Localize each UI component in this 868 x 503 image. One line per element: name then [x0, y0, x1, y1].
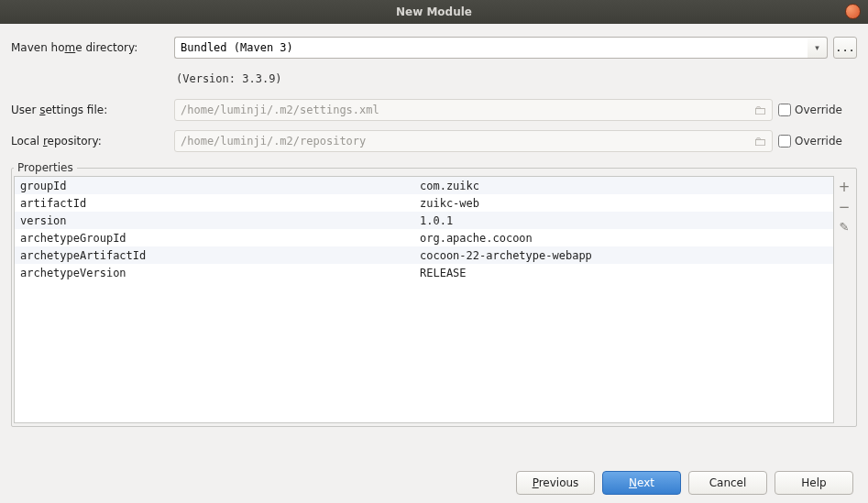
- user-settings-input[interactable]: /home/luminji/.m2/settings.xml 🗀: [174, 99, 773, 121]
- help-button[interactable]: Help: [775, 471, 853, 495]
- user-settings-row: User settings file: /home/luminji/.m2/se…: [11, 99, 857, 121]
- dialog-footer: Previous Next Cancel Help: [516, 471, 853, 495]
- local-repo-value: /home/luminji/.m2/repository: [181, 135, 366, 148]
- folder-icon[interactable]: 🗀: [753, 103, 766, 117]
- maven-version-row: (Version: 3.3.9): [11, 68, 857, 90]
- table-row[interactable]: version 1.0.1: [15, 212, 833, 229]
- table-row[interactable]: archetypeVersion RELEASE: [15, 264, 833, 281]
- local-repo-label: Local repository:: [11, 135, 174, 148]
- titlebar: New Module: [0, 0, 868, 24]
- override-local-repo-checkbox[interactable]: [778, 135, 791, 148]
- user-settings-value: /home/luminji/.m2/settings.xml: [181, 104, 379, 116]
- local-repo-input[interactable]: /home/luminji/.m2/repository 🗀: [174, 130, 773, 152]
- table-row[interactable]: archetypeArtifactId cocoon-22-archetype-…: [15, 246, 833, 264]
- maven-home-label: Maven home directory:: [11, 41, 174, 54]
- properties-fieldset: Properties groupId com.zuikc artifactId …: [11, 161, 857, 427]
- override-local-repo[interactable]: Override: [778, 135, 857, 148]
- close-icon[interactable]: [845, 4, 861, 19]
- remove-icon[interactable]: −: [839, 200, 851, 214]
- override-user-settings-checkbox[interactable]: [778, 104, 791, 116]
- add-icon[interactable]: +: [839, 180, 851, 194]
- window-title: New Module: [396, 5, 472, 18]
- browse-maven-home-button[interactable]: ...: [833, 37, 857, 59]
- local-repo-row: Local repository: /home/luminji/.m2/repo…: [11, 130, 857, 152]
- table-row[interactable]: archetypeGroupId org.apache.cocoon: [15, 229, 833, 246]
- properties-table[interactable]: groupId com.zuikc artifactId zuikc-web v…: [14, 176, 834, 423]
- chevron-down-icon[interactable]: ▾: [808, 37, 828, 59]
- dialog-content: Maven home directory: Bundled (Maven 3) …: [0, 24, 868, 432]
- maven-home-select[interactable]: Bundled (Maven 3) ▾: [174, 37, 828, 59]
- edit-icon[interactable]: ✎: [840, 220, 850, 235]
- properties-toolbar: + − ✎: [834, 176, 854, 423]
- override-user-settings[interactable]: Override: [778, 104, 857, 116]
- properties-legend: Properties: [14, 161, 77, 174]
- user-settings-label: User settings file:: [11, 104, 174, 116]
- previous-button[interactable]: Previous: [516, 471, 595, 495]
- table-row[interactable]: groupId com.zuikc: [15, 177, 833, 194]
- maven-version-text: (Version: 3.3.9): [176, 72, 282, 85]
- folder-icon[interactable]: 🗀: [753, 134, 766, 148]
- cancel-button[interactable]: Cancel: [688, 471, 767, 495]
- maven-home-row: Maven home directory: Bundled (Maven 3) …: [11, 37, 857, 59]
- maven-home-value: Bundled (Maven 3): [181, 41, 293, 54]
- table-row[interactable]: artifactId zuikc-web: [15, 194, 833, 212]
- next-button[interactable]: Next: [602, 471, 681, 495]
